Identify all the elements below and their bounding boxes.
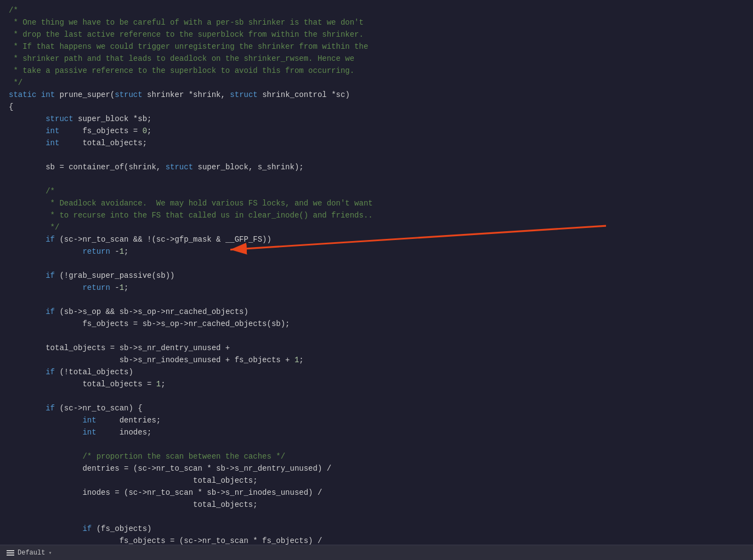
code-token: fs_objects = sb->s_op->nr_cached_objects…: [9, 318, 290, 329]
code-line: [0, 511, 753, 523]
code-token: dentries = (sc->nr_to_scan * sb->s_nr_de…: [9, 463, 331, 474]
code-token: return: [82, 246, 110, 257]
code-token: int: [46, 138, 59, 148]
code-token: inodes = (sc->nr_to_scan * sb->s_nr_inod…: [9, 487, 322, 498]
code-token: [9, 415, 82, 426]
code-line: */: [0, 221, 753, 233]
code-line: inodes = (sc->nr_to_scan * sb->s_nr_inod…: [0, 487, 753, 499]
menu-button[interactable]: Default ▾: [7, 549, 52, 557]
code-line: int total_objects;: [0, 137, 753, 149]
code-line: * shrinker path and that leads to deadlo…: [0, 53, 753, 65]
code-token: ;: [124, 246, 128, 257]
code-token: [9, 523, 82, 534]
code-token: struct: [230, 89, 257, 100]
code-token: super_block, s_shrink);: [193, 162, 304, 173]
code-token: static: [9, 89, 36, 100]
code-line: static int prune_super(struct shrinker *…: [0, 89, 753, 101]
code-token: 0: [143, 125, 147, 136]
code-token: [9, 234, 46, 245]
code-line: [0, 390, 753, 402]
code-token: (!g: [55, 270, 73, 281]
code-token: return: [82, 282, 110, 293]
code-token: /*: [9, 186, 55, 197]
code-token: if: [46, 367, 55, 378]
code-token: if: [82, 523, 92, 534]
code-token: [36, 89, 41, 100]
code-token: [9, 282, 82, 293]
code-token: prune_super(: [55, 89, 115, 100]
status-bar: Default ▾: [0, 545, 753, 560]
code-line: * drop the last active reference to the …: [0, 28, 753, 41]
code-line: total_objects;: [0, 499, 753, 511]
code-token: {: [9, 101, 13, 112]
code-token: int: [41, 89, 55, 100]
code-token: * drop the last active reference to the …: [9, 29, 364, 40]
code-line: dentries = (sc->nr_to_scan * sb->s_nr_de…: [0, 462, 753, 475]
code-token: shrinker *shrink,: [143, 89, 230, 100]
code-token: [9, 403, 46, 414]
code-token: * shrinker path and that leads to deadlo…: [9, 53, 354, 64]
code-token: int: [82, 427, 96, 438]
hamburger-icon: [7, 550, 14, 556]
code-token: super_block *sb;: [73, 113, 152, 124]
code-token: (!total_objects): [55, 367, 133, 378]
code-token: ;: [124, 282, 128, 293]
code-line: total_objects = 1;: [0, 378, 753, 390]
code-token: * If that happens we could trigger unreg…: [9, 41, 368, 52]
code-token: [9, 138, 46, 148]
code-line: /*: [0, 185, 753, 197]
code-token: struct: [166, 162, 193, 173]
code-line: if (!grab_super_passive(sb)): [0, 270, 753, 282]
code-line: * take a passive reference to the superb…: [0, 65, 753, 77]
code-token: shrink_control *sc): [258, 89, 350, 100]
code-token: total_objects;: [59, 138, 147, 148]
code-line: int inodes;: [0, 426, 753, 438]
code-token: total_objects =: [9, 379, 156, 390]
code-token: int: [82, 415, 96, 426]
code-line: * Deadlock avoidance. We may hold variou…: [0, 197, 753, 209]
code-line: [0, 173, 753, 185]
code-line: total_objects = sb->s_nr_dentry_unused +: [0, 342, 753, 354]
code-token: ;: [147, 125, 151, 136]
code-token: if: [46, 270, 55, 281]
code-line: * If that happens we could trigger unreg…: [0, 41, 753, 53]
code-editor: /* * One thing we have to be careful of …: [0, 0, 753, 545]
code-token: /* proportion the scan between the cache…: [82, 451, 285, 462]
code-token: [9, 427, 82, 438]
code-line: [0, 294, 753, 306]
code-content: /* * One thing we have to be careful of …: [0, 4, 753, 545]
code-line: int dentries;: [0, 414, 753, 426]
code-token: * One thing we have to be careful of wit…: [9, 17, 364, 28]
code-token: [9, 270, 46, 281]
code-token: total_objects;: [9, 499, 258, 510]
code-line: {: [0, 101, 753, 113]
code-token: ;: [161, 379, 165, 390]
code-line: if (sc->nr_to_scan && !(sc->gfp_mask & _…: [0, 233, 753, 245]
code-token: (fs_objects): [92, 523, 151, 534]
code-line: sb = container_of(shrink, struct super_b…: [0, 161, 753, 173]
code-token: [9, 246, 82, 257]
code-line: fs_objects = (sc->nr_to_scan * fs_object…: [0, 535, 753, 545]
code-line: [0, 438, 753, 450]
code-token: inodes;: [97, 427, 152, 438]
code-token: total_objects = sb->s_nr_dentry_unused +: [9, 342, 230, 353]
code-token: * take a passive reference to the superb…: [9, 65, 354, 76]
code-line: if (sc->nr_to_scan) {: [0, 402, 753, 414]
code-token: 1: [156, 379, 161, 390]
code-line: if (sb->s_op && sb->s_op->nr_cached_obje…: [0, 306, 753, 318]
dropdown-arrow: ▾: [48, 550, 52, 556]
code-line: [0, 330, 753, 342]
code-line: * One thing we have to be careful of wit…: [0, 16, 753, 28]
code-token: * Deadlock avoidance. We may hold variou…: [9, 198, 373, 209]
code-token: (sb->s_op && sb->s_op->nr_cached_objects…: [55, 306, 248, 317]
code-token: * to recurse into the FS that called us …: [9, 210, 373, 221]
code-line: [0, 258, 753, 270]
code-token: sb = container_of(shrink,: [9, 162, 166, 173]
code-token: (sc->nr_to_scan) {: [55, 403, 143, 414]
code-line: fs_objects = sb->s_op->nr_cached_objects…: [0, 318, 753, 330]
code-token: int: [46, 125, 59, 136]
code-token: [9, 367, 46, 378]
code-line: * to recurse into the FS that called us …: [0, 209, 753, 221]
code-token: -: [110, 246, 120, 257]
code-token: [9, 125, 46, 136]
